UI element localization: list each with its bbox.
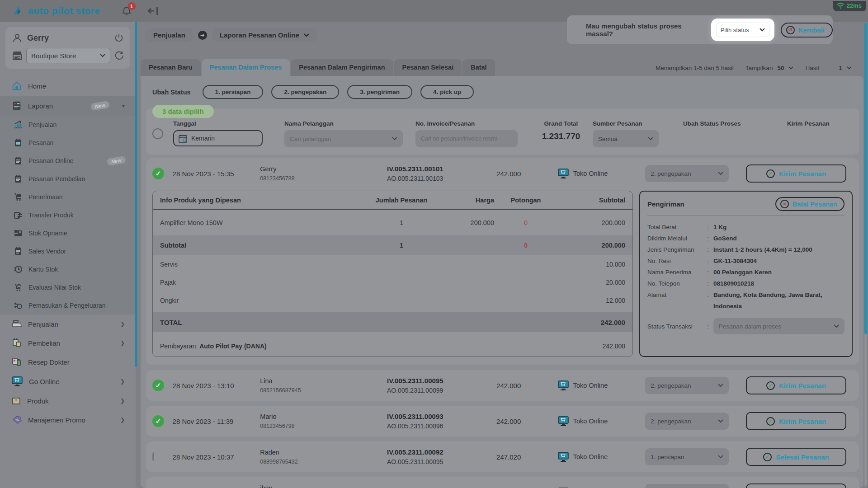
page-label: Hasil xyxy=(805,65,819,71)
tab-pesanan-dalam-proses[interactable]: Pesanan Dalam Proses xyxy=(202,59,290,76)
order-datetime: 28 Nov 2023 - 10:37 xyxy=(173,453,260,461)
order-status-select[interactable]: 1. persiapan xyxy=(645,448,729,465)
breadcrumb-current[interactable]: Laporan Pesanan Online xyxy=(212,28,317,42)
row-checkbox[interactable]: ✓ xyxy=(152,415,164,427)
tab-batal[interactable]: Batal xyxy=(462,59,495,76)
send-order-button[interactable]: ✓ Selesai Pesanan xyxy=(746,448,846,466)
order-status-select[interactable]: 1. persiapan xyxy=(645,484,729,488)
order-source: Toko Online xyxy=(573,170,608,177)
sidebar-item-evaluasi-nilai-stok[interactable]: RP Evaluasi Nilai Stok xyxy=(0,278,136,296)
breadcrumb-parent[interactable]: Penjualan xyxy=(145,28,193,42)
send-order-button[interactable]: ✓ Kirim Pesanan xyxy=(746,412,846,430)
sidebar-item-pesanan[interactable]: Pesanan xyxy=(0,134,136,152)
app-logo[interactable]: auto pilot store xyxy=(13,5,100,16)
customer-filter-select[interactable]: Cari pelanggan xyxy=(284,130,403,147)
shipping-field: Total Berat:1 Kg xyxy=(647,221,844,233)
order-status-select[interactable]: 2. pengepakan xyxy=(645,413,729,430)
sales-chart-icon xyxy=(14,120,23,129)
date-filter-input[interactable]: Kemarin xyxy=(173,130,263,146)
invoice-filter-input[interactable]: Cari no pesanan/invoice resmi xyxy=(415,130,518,147)
sidebar-item-sales-vendor[interactable]: Sales Vendor xyxy=(0,242,136,260)
purchase-icon xyxy=(12,338,22,347)
sidebar-item-manajemen-promo[interactable]: % Manajemen Promo ❯ xyxy=(0,410,136,429)
pagination-info: Menampilkan 1-5 dari 5 hasil Tampilkan 5… xyxy=(656,65,863,76)
tab-pesanan-dalam-pengiriman[interactable]: Pesanan Dalam Pengiriman xyxy=(291,59,393,76)
status-chip[interactable]: 3. pengiriman xyxy=(347,85,412,99)
tab-pesanan-baru[interactable]: Pesanan Baru xyxy=(141,59,201,76)
status-chip[interactable]: 2. pengepakan xyxy=(271,85,339,99)
select-all-checkbox[interactable] xyxy=(152,128,163,139)
sidebar-item-penjualan[interactable]: Penjualan ❯ xyxy=(0,314,136,333)
item-price: 200.000 xyxy=(435,219,494,226)
status-chip[interactable]: 1. persiapan xyxy=(203,85,264,99)
col-discount: Potongan xyxy=(494,197,557,204)
chevron-down-icon xyxy=(718,384,723,387)
order-row[interactable]: ✓ 28 Nov 2023 - 15:35 Gerry 08123456789 … xyxy=(146,158,859,189)
sidebar-item-pesanan-pembelian[interactable]: Pesanan Pembelian xyxy=(0,170,136,188)
cancel-order-label: Batal Pesanan xyxy=(793,201,837,208)
main-scrollbar[interactable] xyxy=(864,23,867,486)
bulk-status-select[interactable]: Pilih status xyxy=(716,23,769,37)
sidebar-item-resep-dokter[interactable]: Resep Dokter xyxy=(0,352,136,371)
send-order-button[interactable]: ✓ Kirim Pesanan xyxy=(746,376,846,394)
report-icon xyxy=(12,101,22,111)
store-selector[interactable]: Boutique Store xyxy=(26,48,110,63)
change-status-column-label: Ubah Status Proses xyxy=(683,120,787,127)
chevron-right-icon: ❯ xyxy=(120,321,125,327)
notification-badge: 1 xyxy=(128,2,136,10)
send-order-label: Kirim Pesanan xyxy=(779,382,826,389)
sidebar-item-penerimaan[interactable]: Penerimaan xyxy=(0,188,136,206)
order-row[interactable]: ✓ 28 Nov 2023 - 13:10 Lina 0852156687945… xyxy=(146,370,859,401)
send-order-button[interactable]: ✓ Kirim Pesanan xyxy=(746,483,846,488)
order-status-value: 2. pengepakan xyxy=(651,418,714,425)
stock-value-icon: RP xyxy=(14,283,23,292)
sidebar-item-pemasukan-pengeluaran[interactable]: Pemasukan & Pengeluaran xyxy=(0,296,136,314)
notifications-button[interactable]: 1 xyxy=(121,5,132,16)
logout-icon[interactable] xyxy=(114,33,124,43)
page-size-select[interactable]: Tampilkan 50 xyxy=(745,65,794,71)
chevron-down-icon xyxy=(304,33,309,37)
sidebar-item-laporan[interactable]: Laporan New ▾ xyxy=(0,96,136,116)
check-circle-icon: ✓ xyxy=(763,453,772,461)
row-checkbox[interactable] xyxy=(152,452,154,461)
order-status-value: 1. persiapan xyxy=(651,454,714,460)
sidebar-item-go-online[interactable]: Go Online ❯ xyxy=(0,371,136,391)
collapse-sidebar-button[interactable] xyxy=(147,6,160,15)
invoice-number: IV.005.2311.00092 xyxy=(387,448,496,456)
refresh-icon[interactable] xyxy=(114,51,124,61)
status-chip[interactable]: 4. pick up xyxy=(420,85,474,99)
total-value: 242.000 xyxy=(557,319,625,326)
send-order-label: Kirim Pesanan xyxy=(779,418,826,425)
transaction-status-select[interactable]: Pesanan dalam proses xyxy=(713,318,844,334)
page-select[interactable]: Hasil 1 xyxy=(805,65,852,71)
tab-pesanan-selesai[interactable]: Pesanan Selesai xyxy=(394,59,462,76)
sidebar-item-kartu-stok[interactable]: Kartu Stok xyxy=(0,260,136,278)
main-scrollbar-thumb[interactable] xyxy=(864,23,867,334)
cashflow-icon xyxy=(14,301,23,310)
sidebar-item-home[interactable]: Home xyxy=(0,76,136,96)
sidebar-item-transfer-produk[interactable]: Transfer Produk xyxy=(0,206,136,224)
row-checkbox-checked[interactable]: ✓ xyxy=(152,168,164,179)
sidebar-item-pesanan-online[interactable]: Pesanan Online New xyxy=(0,152,136,170)
logo-text: auto pilot store xyxy=(28,5,100,16)
customer-name: Raden xyxy=(260,449,387,456)
order-row[interactable]: ✓ 28 Nov 2023 - 11:39 Mario 08123456798 … xyxy=(146,406,859,436)
item-name: Amplifier Mono 150W xyxy=(160,219,368,226)
order-status-select[interactable]: 2. pengepakan xyxy=(645,377,729,394)
order-row[interactable]: 28 Nov 2023 - 10:37 Raden 088998765432 I… xyxy=(146,441,859,472)
order-status-select[interactable]: 2. pengepakan xyxy=(645,165,729,182)
send-order-label: Kirim Pesanan xyxy=(779,170,826,178)
sidebar-item-produk[interactable]: Produk ❯ xyxy=(0,391,136,410)
cancel-order-button[interactable]: ✕ Batal Pesanan xyxy=(775,197,844,211)
sidebar-item-stok-opname[interactable]: Stok Opname xyxy=(0,224,136,242)
sidebar-active-divider xyxy=(135,22,137,367)
back-button[interactable]: ↺ Kembali xyxy=(781,23,833,38)
order-row[interactable]: 28 Nov 2023 - 09:46 jhon 085241700714 AO… xyxy=(146,477,859,488)
row-checkbox[interactable]: ✓ xyxy=(152,380,164,391)
send-order-button[interactable]: ✓ Kirim Pesanan xyxy=(746,164,846,183)
breadcrumb-parent-label: Penjualan xyxy=(153,31,185,39)
check-circle-icon: ✓ xyxy=(766,417,775,426)
source-filter-select[interactable]: Semua xyxy=(593,130,659,147)
sidebar-item-pembelian[interactable]: Pembelian ❯ xyxy=(0,333,136,352)
sidebar-item-penjualan[interactable]: Penjualan xyxy=(0,116,136,134)
